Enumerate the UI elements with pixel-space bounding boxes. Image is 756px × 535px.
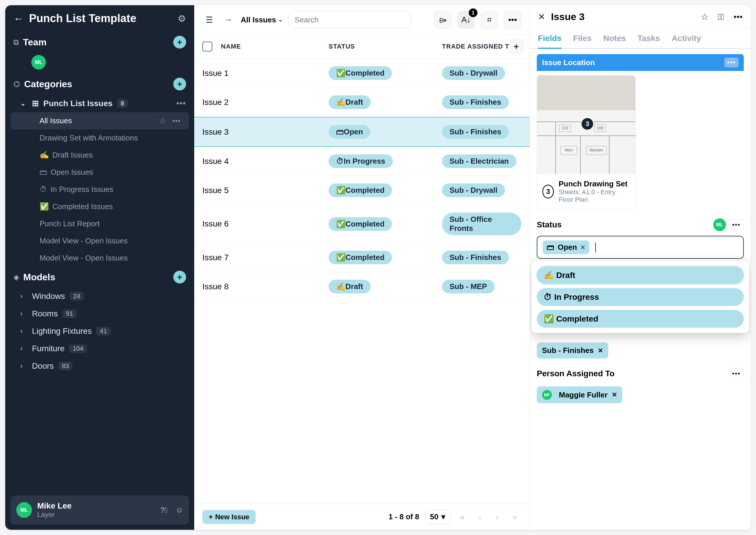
remove-chip-icon[interactable]: ✕ — [598, 347, 603, 354]
page-size-select[interactable]: 50 ▾ — [425, 510, 450, 524]
user-card[interactable]: ML Mike Lee Layer ?⃝ ☺ — [11, 495, 189, 524]
sidebar-item[interactable]: ✅ Completed Issues — [5, 198, 194, 215]
sidebar-item[interactable]: 🗃 Open Issues — [5, 164, 194, 181]
tab-tasks[interactable]: Tasks — [638, 28, 660, 48]
add-team-button[interactable]: + — [173, 36, 186, 48]
table-row[interactable]: Issue 4⏱In ProgressSub - Electrician — [194, 147, 529, 176]
page-last-icon[interactable]: » — [508, 512, 521, 522]
star-icon[interactable]: ☆ — [159, 116, 166, 125]
table-body: Issue 1✅CompletedSub - DrywallIssue 2✍️D… — [194, 59, 529, 301]
col-name[interactable]: NAME — [221, 43, 328, 50]
sidebar-item[interactable]: Drawing Set with Annotations — [5, 129, 194, 147]
person-chip[interactable]: MF Maggie Fuller ✕ — [537, 386, 622, 403]
status-option[interactable]: ⏱In Progress — [537, 288, 744, 306]
status-pill[interactable]: ✅Completed — [328, 66, 392, 80]
row-trade: Sub - Finishes — [442, 125, 521, 139]
gear-icon[interactable]: ⚙ — [178, 13, 186, 24]
status-chip[interactable]: 🗃Open ✕ — [543, 240, 589, 254]
status-pill[interactable]: ✅Completed — [328, 183, 392, 197]
trade-pill[interactable]: Sub - Finishes — [442, 125, 509, 139]
model-item[interactable]: ›Rooms91 — [5, 305, 194, 323]
forward-icon[interactable]: → — [222, 13, 235, 26]
table-row[interactable]: Issue 2✍️DraftSub - Finishes — [194, 88, 529, 117]
table-row[interactable]: Issue 1✅CompletedSub - Drywall — [194, 59, 529, 88]
category-more-icon[interactable]: ••• — [177, 99, 186, 108]
status-option[interactable]: ✍️Draft — [537, 266, 744, 284]
trade-pill[interactable]: Sub - Drywall — [442, 183, 505, 197]
table-row[interactable]: Issue 7✅CompletedSub - Finishes — [194, 243, 529, 272]
status-option[interactable]: ✅Completed — [537, 310, 744, 328]
sidebar-item[interactable]: ✍️ Draft Issues — [5, 147, 194, 164]
sort-button[interactable]: A↓1 — [457, 11, 475, 28]
trade-pill[interactable]: Sub - MEP — [442, 280, 494, 294]
table-row[interactable]: Issue 3🗃OpenSub - Finishes — [194, 117, 529, 147]
check-circle-icon[interactable]: ✔⃝ — [718, 12, 724, 22]
group-button[interactable]: ⌗ — [481, 11, 498, 28]
page-next-icon[interactable]: › — [491, 512, 502, 522]
filter-button[interactable]: ⌲ — [434, 11, 452, 28]
help-icon[interactable]: ?⃝ — [160, 506, 167, 515]
tab-fields[interactable]: Fields — [538, 28, 561, 49]
detail-panel: ✕ Issue 3 ☆ ✔⃝ ••• Fields Files Notes Ta… — [530, 5, 751, 530]
remove-chip-icon[interactable]: ✕ — [580, 244, 585, 251]
field-more-icon[interactable]: ••• — [729, 219, 744, 231]
search-input[interactable] — [289, 11, 410, 28]
star-icon[interactable]: ☆ — [701, 12, 709, 22]
tab-notes[interactable]: Notes — [603, 28, 626, 48]
add-category-button[interactable]: + — [173, 78, 186, 90]
remove-chip-icon[interactable]: ✕ — [612, 391, 617, 399]
status-field: Status ML ••• 🗃Open ✕ ✍️Draft⏱In Progres… — [537, 218, 744, 259]
tab-activity[interactable]: Activity — [672, 28, 701, 48]
sidebar-item[interactable]: Punch List Report — [5, 215, 194, 232]
trade-pill[interactable]: Sub - Drywall — [442, 66, 505, 80]
col-status[interactable]: STATUS — [328, 43, 442, 50]
item-label: In Progress Issues — [51, 185, 113, 194]
status-pill[interactable]: ✍️Draft — [328, 95, 371, 109]
page-first-icon[interactable]: « — [456, 512, 469, 522]
location-card[interactable]: 110 109 Men Women 3 3 Punch Drawing Set … — [537, 75, 636, 209]
table-row[interactable]: Issue 5✅CompletedSub - Drywall — [194, 176, 529, 205]
trade-pill[interactable]: Sub - Finishes — [442, 251, 509, 264]
close-icon[interactable]: ✕ — [538, 12, 545, 22]
add-column-button[interactable]: + — [509, 39, 524, 54]
trade-pill[interactable]: Sub - Finishes — [442, 95, 509, 109]
location-more-icon[interactable]: ••• — [724, 58, 739, 68]
more-icon[interactable]: ••• — [733, 12, 742, 22]
table-row[interactable]: Issue 8✍️DraftSub - MEP — [194, 272, 529, 301]
model-item[interactable]: ›Furniture104 — [5, 340, 194, 357]
model-item[interactable]: ›Windows24 — [5, 288, 194, 305]
sidebar-item[interactable]: ⏱ In Progress Issues — [5, 181, 194, 198]
sidebar-item[interactable]: All Issues☆••• — [11, 112, 189, 129]
trade-pill[interactable]: Sub - Electrician — [442, 155, 517, 168]
status-pill[interactable]: ⏱In Progress — [328, 155, 393, 168]
menu-icon[interactable]: ☰ — [202, 13, 216, 26]
sidebar-item[interactable]: Model View - Open Issues — [5, 249, 194, 267]
profile-icon[interactable]: ☺ — [175, 506, 183, 515]
avatar[interactable]: ML — [31, 55, 46, 70]
category-punch-list[interactable]: ⌄ ⊞ Punch List Issues 8 ••• — [5, 95, 194, 112]
sidebar-item[interactable]: Model View - Open Issues — [5, 232, 194, 249]
status-pill[interactable]: ✅Completed — [328, 251, 392, 264]
breadcrumb[interactable]: All Issues ⌄ — [241, 15, 283, 24]
table-header: NAME STATUS TRADE ASSIGNED TO + — [194, 35, 529, 59]
status-pill[interactable]: ✍️Draft — [328, 280, 371, 294]
new-issue-button[interactable]: + New Issue — [202, 510, 256, 524]
add-model-button[interactable]: + — [173, 271, 186, 284]
trade-pill[interactable]: Sub - Office Fronts — [442, 212, 521, 235]
more-icon[interactable]: ••• — [504, 11, 521, 28]
sort-badge: 1 — [469, 9, 477, 17]
avatar[interactable]: ML — [713, 218, 726, 231]
table-row[interactable]: Issue 6✅CompletedSub - Office Fronts — [194, 205, 529, 243]
trade-chip[interactable]: Sub - Finishes ✕ — [537, 343, 608, 358]
status-pill[interactable]: 🗃Open — [328, 125, 371, 139]
tab-files[interactable]: Files — [573, 28, 592, 48]
back-icon[interactable]: ← — [14, 13, 24, 25]
select-all-checkbox[interactable] — [202, 42, 212, 51]
status-pill[interactable]: ✅Completed — [328, 217, 392, 231]
model-item[interactable]: ›Doors83 — [5, 357, 194, 375]
more-icon[interactable]: ••• — [172, 117, 181, 125]
field-more-icon[interactable]: ••• — [729, 368, 744, 380]
model-item[interactable]: ›Lighting Fixtures41 — [5, 323, 194, 340]
status-input[interactable]: 🗃Open ✕ — [537, 236, 744, 259]
page-prev-icon[interactable]: ‹ — [475, 512, 486, 522]
